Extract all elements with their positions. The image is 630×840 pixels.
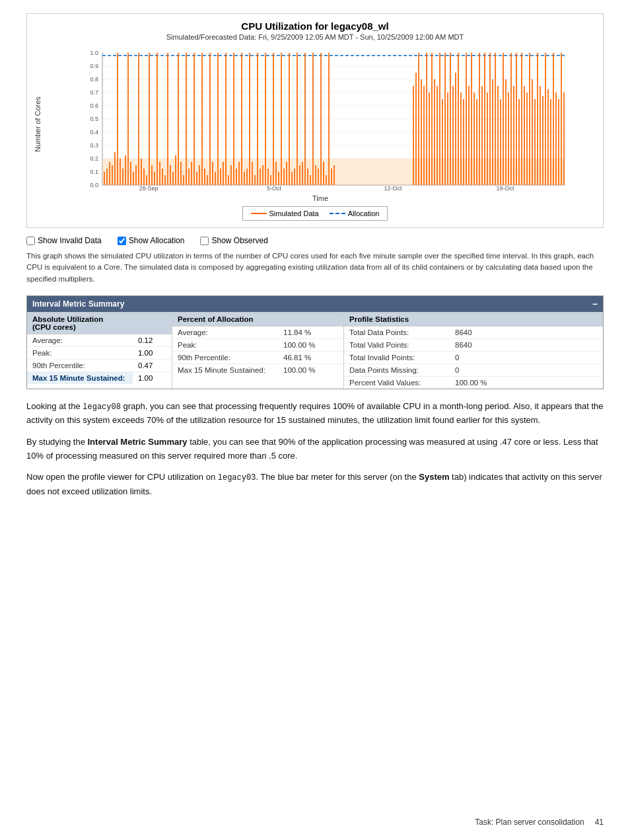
svg-rect-76 (225, 53, 227, 185)
y-axis-label: Number of Cores (34, 46, 42, 202)
profile-pct-valid-value: 100.00 % (455, 379, 487, 387)
interval-title: Interval Metric Summary (32, 299, 124, 309)
chart-subtitle: Simulated/Forecasted Data: Fri, 9/25/200… (34, 33, 596, 41)
svg-text:0.9: 0.9 (90, 63, 98, 69)
svg-text:19-Oct: 19-Oct (496, 185, 514, 192)
svg-rect-139 (468, 86, 470, 185)
svg-rect-126 (434, 79, 435, 185)
svg-rect-123 (426, 53, 427, 185)
svg-rect-53 (164, 175, 166, 185)
svg-rect-34 (114, 152, 116, 185)
svg-rect-150 (497, 86, 499, 185)
absolute-row-max15: Max 15 Minute Sustained: 1.00 (27, 372, 172, 384)
svg-rect-79 (233, 53, 234, 185)
show-allocation-checkbox[interactable]: Show Allocation (118, 236, 185, 245)
svg-rect-82 (241, 53, 242, 185)
pct-row-peak: Peak: 100.00 % (172, 339, 343, 352)
svg-rect-61 (186, 53, 187, 185)
profile-missing-label: Data Points Missing: (349, 366, 455, 374)
svg-rect-108 (310, 175, 311, 185)
legend-simulated-line (251, 213, 267, 214)
svg-rect-169 (547, 89, 549, 185)
interval-summary: Interval Metric Summary − Absolute Utili… (26, 295, 604, 389)
absolute-row-90th: 90th Percentile: 0.47 (27, 360, 172, 372)
body-paragraph-3: Now open the profile viewer for CPU util… (26, 471, 604, 498)
svg-rect-52 (162, 169, 163, 185)
legend-simulated: Simulated Data (251, 210, 319, 217)
svg-rect-152 (503, 53, 504, 185)
svg-rect-83 (244, 172, 245, 185)
svg-rect-131 (447, 93, 448, 185)
pct-90th-value: 46.81 % (283, 354, 311, 362)
svg-rect-156 (513, 86, 514, 185)
show-observed-input[interactable] (200, 237, 209, 245)
profile-total-valid-value: 8640 (455, 341, 472, 349)
svg-rect-115 (328, 53, 330, 185)
absolute-max15-value: 1.00 (133, 372, 158, 384)
svg-rect-90 (262, 165, 263, 185)
svg-rect-35 (117, 53, 118, 185)
legend-allocation-line (330, 213, 345, 214)
svg-rect-40 (130, 162, 131, 185)
svg-rect-99 (286, 162, 287, 185)
svg-rect-93 (270, 175, 271, 185)
svg-rect-171 (553, 53, 554, 185)
pct-average-value: 11.84 % (283, 328, 311, 336)
col-profile: Profile Statistics Total Data Points: 86… (344, 313, 603, 389)
svg-rect-155 (510, 53, 512, 185)
svg-rect-157 (516, 53, 517, 185)
svg-rect-118 (413, 86, 414, 185)
svg-text:0.0: 0.0 (90, 182, 98, 188)
profile-total-invalid-value: 0 (455, 354, 459, 362)
svg-text:12-Oct: 12-Oct (384, 185, 402, 192)
pct-peak-value: 100.00 % (283, 341, 316, 349)
svg-rect-148 (492, 79, 493, 185)
page-footer: Task: Plan server consolidation 41 (475, 818, 604, 827)
svg-rect-97 (281, 53, 282, 185)
svg-rect-122 (423, 86, 425, 185)
show-allocation-label: Show Allocation (129, 236, 185, 245)
svg-rect-172 (555, 93, 557, 185)
profile-total-invalid-label: Total Invalid Points: (349, 354, 455, 362)
svg-rect-142 (476, 99, 477, 185)
col-absolute: Absolute Utilization (CPU cores) Average… (27, 313, 172, 389)
svg-rect-98 (283, 169, 285, 185)
x-axis-label: Time (44, 194, 596, 202)
svg-rect-65 (196, 172, 197, 185)
show-allocation-input[interactable] (118, 237, 126, 245)
collapse-icon[interactable]: − (592, 299, 598, 309)
svg-rect-110 (315, 165, 316, 185)
svg-rect-164 (534, 99, 536, 185)
svg-rect-100 (289, 53, 290, 185)
svg-rect-47 (149, 53, 150, 185)
show-invalid-checkbox[interactable]: Show Invalid Data (26, 236, 102, 245)
absolute-row-average: Average: 0.12 (27, 334, 172, 347)
show-observed-label: Show Observed (211, 236, 267, 245)
svg-rect-166 (540, 86, 541, 185)
svg-rect-153 (505, 79, 507, 185)
svg-rect-32 (109, 162, 110, 185)
svg-rect-73 (217, 53, 219, 185)
svg-rect-39 (127, 53, 129, 185)
svg-rect-89 (260, 169, 261, 185)
svg-rect-78 (230, 165, 232, 185)
svg-rect-58 (178, 53, 179, 185)
svg-rect-81 (238, 162, 240, 185)
svg-rect-161 (526, 93, 528, 185)
show-observed-checkbox[interactable]: Show Observed (200, 236, 267, 245)
col-percent-header: Percent of Allocation (172, 313, 343, 326)
svg-rect-138 (466, 53, 467, 185)
svg-rect-159 (521, 53, 522, 185)
svg-rect-174 (561, 53, 562, 185)
svg-rect-37 (122, 169, 123, 185)
bold-system-tab: System (419, 472, 449, 482)
absolute-average-label: Average: (27, 334, 133, 346)
svg-rect-95 (275, 162, 277, 185)
svg-text:0.5: 0.5 (90, 116, 98, 122)
show-invalid-input[interactable] (26, 237, 35, 245)
svg-text:1.0: 1.0 (90, 50, 98, 56)
svg-rect-72 (215, 172, 216, 185)
svg-rect-38 (125, 155, 126, 185)
pct-row-max15: Max 15 Minute Sustained: 100.00 % (172, 364, 343, 376)
svg-rect-137 (463, 99, 464, 185)
